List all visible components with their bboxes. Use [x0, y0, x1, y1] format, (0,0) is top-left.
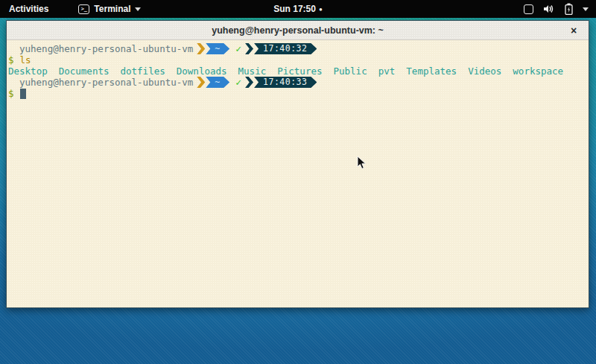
system-menu-chevron-icon [583, 7, 589, 11]
status-check-icon: ✓ [235, 43, 241, 54]
window-titlebar[interactable]: yuheng@henry-personal-ubuntu-vm: ~ × [7, 21, 589, 40]
window-title: yuheng@henry-personal-ubuntu-vm: ~ [212, 25, 384, 36]
dir-entry: Downloads [177, 66, 227, 77]
prompt-time-segment: 17:40:32 [254, 43, 317, 54]
prompt-symbol: $ [8, 88, 14, 99]
dir-entry: Documents [59, 66, 110, 77]
prompt-line-1: yuheng@henry-personal-ubuntu-vm ~ ✓ 17:4… [8, 43, 589, 54]
battery-icon [565, 3, 573, 15]
powerline-chevron-icon [197, 43, 205, 54]
prompt-cwd-segment: ~ [206, 77, 229, 88]
app-menu-label: Terminal [94, 4, 130, 14]
dir-entry: Pictures [277, 66, 322, 77]
prompt-symbol: $ [8, 54, 14, 66]
notification-icon [524, 4, 533, 14]
text-cursor [20, 89, 26, 99]
dir-entry: Desktop [8, 66, 48, 77]
notification-dot-icon: ● [319, 7, 323, 13]
dir-entry: dotfiles [121, 66, 165, 77]
dir-entry: pvt [378, 66, 396, 77]
command-text: ls [20, 54, 31, 66]
prompt-line-2: yuheng@henry-personal-ubuntu-vm ~ ✓ 17:4… [8, 77, 589, 88]
ls-output-line: DesktopDocumentsdotfilesDownloadsMusicPi… [8, 66, 589, 77]
command-line: $ ls [8, 54, 589, 66]
top-bar: Activities >_ Terminal Sun 17:50 ● [0, 0, 596, 18]
powerline-chevron-icon [245, 77, 253, 88]
prompt-user-host: yuheng@henry-personal-ubuntu-vm [19, 43, 193, 54]
mouse-cursor-icon [357, 156, 367, 170]
desktop-screen: Activities >_ Terminal Sun 17:50 ● [0, 0, 596, 364]
clock-button[interactable]: Sun 17:50 ● [273, 0, 323, 18]
prompt-cwd-segment: ~ [206, 43, 229, 54]
powerline-chevron-icon [197, 77, 205, 88]
dir-entry: Music [238, 66, 267, 77]
clock-label: Sun 17:50 [273, 4, 316, 14]
terminal-window: yuheng@henry-personal-ubuntu-vm: ~ × yuh… [6, 20, 589, 308]
dir-entry: Public [334, 66, 367, 77]
chevron-down-icon [135, 7, 141, 11]
dir-entry: workspace [513, 66, 563, 77]
activities-button[interactable]: Activities [0, 0, 57, 18]
prompt-time-segment: 17:40:33 [254, 77, 317, 88]
system-status-area[interactable] [524, 0, 589, 18]
app-menu-terminal[interactable]: >_ Terminal [78, 0, 141, 18]
volume-icon [543, 4, 555, 14]
prompt-user-host: yuheng@henry-personal-ubuntu-vm [19, 77, 193, 88]
dir-entry: Videos [468, 66, 501, 77]
terminal-content[interactable]: yuheng@henry-personal-ubuntu-vm ~ ✓ 17:4… [7, 40, 589, 307]
close-button[interactable]: × [567, 24, 580, 37]
input-line[interactable]: $ [8, 88, 589, 99]
powerline-chevron-icon [245, 43, 253, 54]
status-check-icon: ✓ [235, 77, 241, 88]
dir-entry: Templates [406, 66, 457, 77]
terminal-app-icon: >_ [78, 4, 89, 14]
